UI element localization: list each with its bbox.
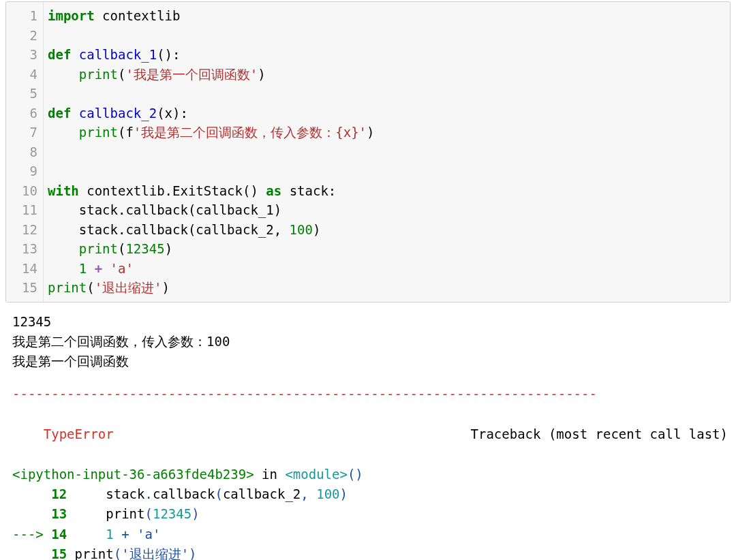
paren: ( bbox=[87, 280, 94, 295]
paren: ) bbox=[367, 125, 374, 140]
line-number: 15 bbox=[6, 278, 37, 298]
string-literal: '我是第一个回调函数' bbox=[125, 67, 258, 82]
output-area: 12345 我是第二个回调函数，传入参数：100 我是第一个回调函数 -----… bbox=[0, 308, 736, 561]
traceback-line-current: ---> 14 1 + 'a' bbox=[12, 525, 728, 544]
string-literal: 'a' bbox=[110, 261, 134, 276]
code-line: print('我是第一个回调函数') bbox=[48, 65, 730, 84]
tb-lineno: 12 bbox=[12, 486, 67, 501]
line-number: 8 bbox=[6, 142, 37, 162]
line-number: 5 bbox=[6, 84, 37, 104]
traceback-line: 12 stack.callback(callback_2, 100) bbox=[12, 484, 728, 504]
code-line: with contextlib.ExitStack() as stack: bbox=[48, 181, 730, 201]
tb-text: stack bbox=[106, 486, 144, 501]
line-number: 3 bbox=[6, 45, 37, 65]
code-line: def callback_2(x): bbox=[48, 104, 730, 123]
indent bbox=[48, 261, 79, 276]
stdout-line: 12345 bbox=[12, 312, 728, 332]
traceback-module: <module> bbox=[285, 467, 348, 482]
line-number: 6 bbox=[6, 104, 37, 123]
code-line: 1 + 'a' bbox=[48, 259, 730, 279]
code-text: (x): bbox=[157, 106, 188, 121]
line-number: 7 bbox=[6, 123, 37, 142]
line-number: 11 bbox=[6, 200, 37, 220]
code-line: print('退出缩进') bbox=[48, 278, 730, 298]
traceback-in: in bbox=[254, 467, 286, 482]
traceback-header: TypeErrorTraceback (most recent call las… bbox=[12, 404, 728, 464]
line-number-gutter: 1 2 3 4 5 6 7 8 9 10 11 12 13 14 15 bbox=[6, 2, 43, 302]
line-number: 10 bbox=[6, 181, 37, 201]
keyword-def: def bbox=[48, 106, 71, 121]
code-line: def callback_1(): bbox=[48, 45, 730, 65]
indent bbox=[48, 241, 79, 256]
line-number: 1 bbox=[6, 6, 37, 26]
code-line-blank bbox=[48, 84, 730, 104]
operator: + bbox=[95, 261, 102, 276]
line-number: 9 bbox=[6, 161, 37, 181]
traceback-line: 13 print(12345) bbox=[12, 504, 728, 524]
line-number: 4 bbox=[6, 65, 37, 84]
code-cell-inner: 1 2 3 4 5 6 7 8 9 10 11 12 13 14 15 impo… bbox=[6, 2, 730, 302]
code-line: print(f'我是第二个回调函数，传入参数：{x}') bbox=[48, 123, 730, 142]
traceback-parens: () bbox=[348, 467, 363, 482]
string-literal: '退出缩进' bbox=[95, 280, 162, 295]
stdout-line: 我是第一个回调函数 bbox=[12, 352, 728, 371]
code-cell: 1 2 3 4 5 6 7 8 9 10 11 12 13 14 15 impo… bbox=[5, 1, 731, 302]
code-line-blank bbox=[48, 142, 730, 162]
code-text: stack.callback(callback_2, bbox=[48, 222, 290, 237]
code-text: stack.callback(callback_1) bbox=[48, 202, 281, 217]
code-line: stack.callback(callback_1) bbox=[48, 200, 730, 220]
code-editor[interactable]: import contextlib def callback_1(): prin… bbox=[43, 2, 730, 302]
line-number: 2 bbox=[6, 26, 37, 46]
keyword-def: def bbox=[48, 47, 71, 62]
code-text: ) bbox=[313, 222, 320, 237]
indent bbox=[48, 67, 79, 82]
code-line: stack.callback(callback_2, 100) bbox=[48, 220, 730, 240]
error-name: TypeError bbox=[44, 426, 114, 441]
paren: ( bbox=[118, 241, 125, 256]
code-line: print(12345) bbox=[48, 239, 730, 259]
tb-lineno: 13 bbox=[12, 506, 67, 521]
paren: ) bbox=[165, 241, 172, 256]
builtin-call: print bbox=[79, 67, 118, 82]
code-line-blank bbox=[48, 161, 730, 181]
code-text: stack: bbox=[281, 183, 336, 198]
module-name: contextlib bbox=[95, 8, 181, 23]
traceback-frame: <ipython-input-36-a663fde4b239> in <modu… bbox=[12, 465, 728, 484]
line-number: 14 bbox=[6, 259, 37, 279]
string-literal: '我是第二个回调函数，传入参数：{x}' bbox=[134, 125, 367, 140]
paren: ( bbox=[118, 67, 125, 82]
number-literal: 100 bbox=[290, 222, 313, 237]
builtin-call: print bbox=[79, 125, 118, 140]
tb-lineno: 15 bbox=[12, 546, 67, 560]
traceback-label: Traceback (most recent call last) bbox=[471, 424, 729, 444]
function-name: callback_1 bbox=[71, 47, 157, 62]
indent bbox=[48, 125, 79, 140]
line-number: 12 bbox=[6, 220, 37, 240]
traceback-line: 15 print('退出缩进') bbox=[12, 544, 728, 560]
tb-lineno: 14 bbox=[51, 527, 67, 542]
traceback-file: <ipython-input-36-a663fde4b239> bbox=[12, 467, 254, 482]
code-text: (): bbox=[157, 47, 180, 62]
stdout-line: 我是第二个回调函数，传入参数：100 bbox=[12, 332, 728, 352]
function-name: callback_2 bbox=[71, 106, 157, 121]
paren: ) bbox=[258, 67, 265, 82]
line-number: 13 bbox=[6, 239, 37, 259]
code-text: contextlib.ExitStack() bbox=[79, 183, 266, 198]
keyword-as: as bbox=[266, 183, 281, 198]
keyword-import: import bbox=[48, 8, 95, 23]
paren: ) bbox=[162, 280, 170, 295]
paren: (f bbox=[118, 125, 134, 140]
builtin-call: print bbox=[79, 241, 118, 256]
tb-arrow: ---> bbox=[12, 527, 51, 542]
traceback-rule: ----------------------------------------… bbox=[12, 384, 728, 404]
code-line: import contextlib bbox=[48, 6, 730, 26]
number-literal: 12345 bbox=[125, 241, 164, 256]
builtin-call: print bbox=[48, 280, 87, 295]
number-literal: 1 bbox=[79, 261, 87, 276]
code-line-blank bbox=[48, 26, 730, 46]
keyword-with: with bbox=[48, 183, 79, 198]
